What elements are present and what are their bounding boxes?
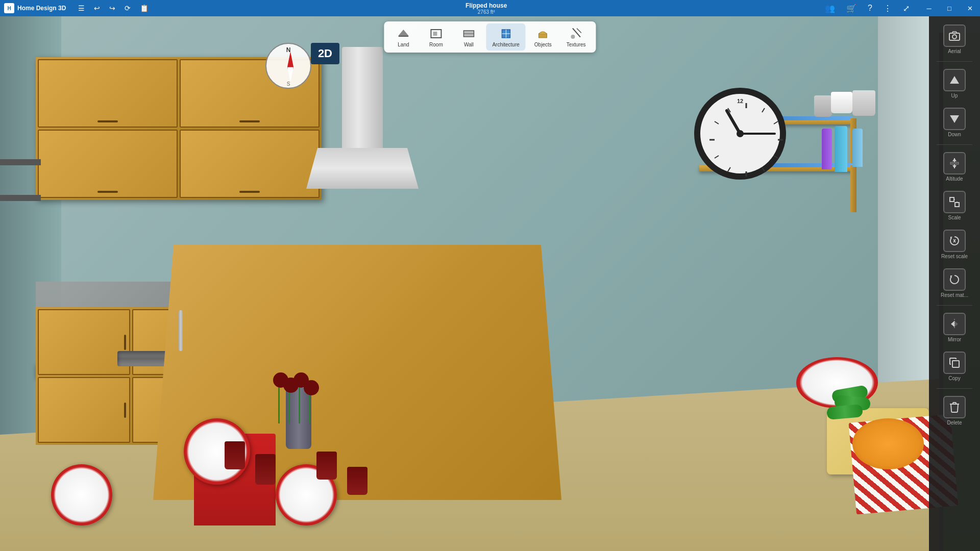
hood-duct — [342, 47, 383, 149]
app-logo: H Home Design 3D — [0, 3, 70, 13]
svg-point-12 — [571, 35, 575, 39]
mug-2 — [831, 92, 852, 113]
toolbar-room[interactable]: Room — [421, 23, 451, 51]
altitude-icon — [943, 152, 966, 174]
toolbar-objects[interactable]: Objects — [528, 23, 558, 51]
btn-up-label: Up — [951, 93, 958, 98]
svg-line-23 — [715, 121, 719, 124]
toolbar: Land Room Wall Architecture Objects — [384, 21, 596, 53]
toolbar-objects-label: Objects — [534, 42, 552, 47]
scale-icon — [943, 191, 966, 213]
down-arrow-svg — [949, 113, 960, 124]
compass: N S — [265, 43, 311, 89]
table-plate-1 — [51, 464, 112, 525]
btn-up[interactable]: Up — [932, 65, 977, 103]
expand-icon-button[interactable]: ⤢ — [898, 2, 915, 15]
compass-needle-red — [287, 52, 293, 67]
btn-down[interactable]: Down — [932, 104, 977, 141]
btn-reset-mat[interactable]: Reset mat... — [932, 264, 977, 302]
bottle-2 — [835, 126, 847, 172]
lower-cabinet-door-4 — [38, 377, 130, 443]
down-icon — [943, 108, 966, 130]
cart-icon-button[interactable]: 🛒 — [841, 2, 862, 15]
bottle-1 — [822, 129, 832, 169]
svg-marker-30 — [952, 158, 957, 161]
project-size: 2763 ft² — [153, 9, 820, 15]
toolbar-architecture[interactable]: Architecture — [486, 23, 525, 51]
btn-reset-scale[interactable]: Reset scale — [932, 226, 977, 263]
up-icon — [943, 69, 966, 91]
btn-altitude-label: Altitude — [946, 176, 963, 182]
svg-line-15 — [774, 121, 778, 124]
users-icon-button[interactable]: 👥 — [820, 2, 840, 15]
btn-2d-view[interactable]: 2D — [311, 43, 339, 64]
flower-stem-3 — [299, 383, 300, 423]
help-icon-button[interactable]: ? — [863, 2, 877, 15]
svg-line-17 — [774, 156, 778, 158]
copy-icon — [943, 352, 966, 374]
btn-copy[interactable]: Copy — [932, 347, 977, 385]
redo-button[interactable]: ↪ — [105, 2, 119, 14]
svg-line-14 — [762, 108, 765, 112]
toolbar-land[interactable]: Land — [388, 23, 419, 51]
btn-mirror-label: Mirror — [948, 337, 961, 342]
titlebar-controls-left: ☰ ↩ ↪ ⟳ 📋 — [70, 2, 153, 14]
architecture-icon — [499, 27, 513, 41]
clock-face: 12 — [694, 88, 786, 180]
bottle-3 — [852, 129, 863, 167]
clock-center — [737, 130, 744, 137]
svg-rect-32 — [950, 162, 959, 164]
toolbar-wall-label: Wall — [464, 42, 474, 47]
left-shelf-2 — [0, 195, 41, 201]
svg-marker-27 — [950, 76, 959, 84]
history-button[interactable]: ⟳ — [120, 2, 135, 14]
room-icon — [429, 27, 443, 41]
btn-camera[interactable]: Aerial — [932, 20, 977, 58]
titlebar-center: Flipped house 2763 ft² — [153, 2, 820, 15]
compass-needle-white — [287, 67, 293, 82]
main-3d-view[interactable]: 12 — [0, 16, 980, 551]
cabinet-door-1 — [38, 59, 178, 128]
papaya — [852, 418, 924, 469]
maximize-button[interactable]: □ — [939, 0, 960, 16]
toolbar-textures[interactable]: Textures — [560, 23, 592, 51]
clock-ticks-svg — [700, 94, 792, 186]
flower-head-4 — [304, 380, 319, 395]
up-arrow-svg — [949, 74, 960, 86]
left-shelf-1 — [0, 159, 41, 165]
right-panel: Aerial Up Down Altitude — [929, 16, 980, 551]
paste-button[interactable]: 📋 — [136, 2, 153, 14]
svg-marker-43 — [954, 321, 958, 327]
btn-camera-label: Aerial — [948, 48, 961, 54]
hood-body — [306, 148, 419, 189]
svg-marker-31 — [952, 165, 957, 168]
hamburger-menu-button[interactable]: ☰ — [74, 2, 89, 14]
mug-1 — [814, 95, 832, 117]
undo-button[interactable]: ↩ — [90, 2, 104, 14]
cup-3 — [316, 452, 337, 480]
btn-scale[interactable]: Scale — [932, 187, 977, 224]
btn-altitude[interactable]: Altitude — [932, 148, 977, 186]
app-icon: H — [4, 3, 14, 13]
textures-icon — [569, 27, 583, 41]
minimize-button[interactable]: ─ — [919, 0, 939, 16]
separator-3 — [937, 305, 972, 306]
mirror-icon — [943, 313, 966, 335]
svg-line-11 — [577, 29, 581, 33]
btn-delete[interactable]: Delete — [932, 392, 977, 430]
more-icon-button[interactable]: ⋮ — [878, 2, 897, 15]
flower-stem-1 — [278, 383, 280, 423]
btn-scale-label: Scale — [948, 215, 961, 220]
delete-icon — [943, 396, 966, 418]
close-button[interactable]: ✕ — [960, 0, 980, 16]
svg-line-18 — [762, 167, 765, 171]
titlebar-controls-right: 👥 🛒 ? ⋮ ⤢ — [820, 2, 919, 15]
wall-icon — [461, 27, 476, 41]
btn-reset-scale-label: Reset scale — [941, 254, 968, 259]
btn-mirror[interactable]: Mirror — [932, 309, 977, 346]
svg-marker-28 — [950, 115, 959, 123]
camera-svg — [948, 30, 961, 42]
svg-rect-33 — [950, 197, 954, 202]
toolbar-wall[interactable]: Wall — [453, 23, 484, 51]
mirror-svg — [948, 318, 961, 330]
